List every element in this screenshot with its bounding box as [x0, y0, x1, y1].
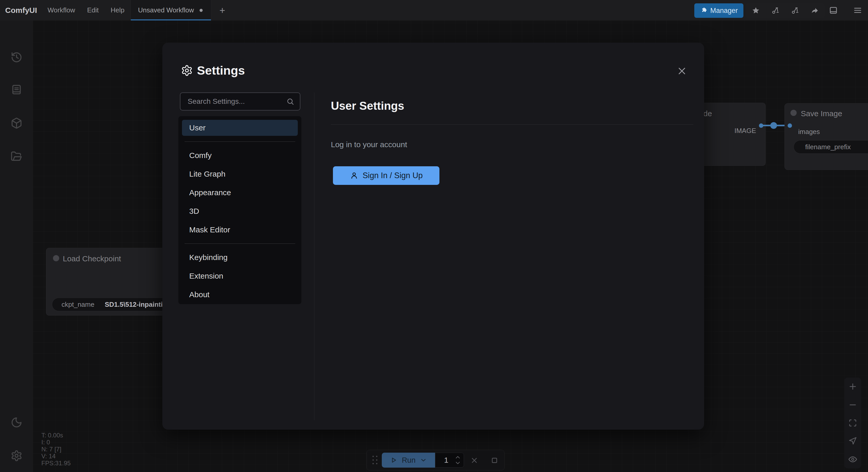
stat-time: T: 0.00s [41, 432, 70, 439]
toolbar-drag-handle[interactable] [372, 456, 378, 465]
fit-view-icon[interactable] [848, 418, 858, 428]
settings-menu-item-appearance[interactable]: Appearance [182, 184, 298, 201]
settings-gear-icon [181, 65, 193, 76]
toggle-visibility-eye-icon[interactable] [848, 455, 858, 464]
node-title: Save Image [801, 109, 842, 118]
manager-button-label: Manager [710, 7, 738, 15]
sign-in-button-label: Sign In / Sign Up [363, 171, 423, 180]
left-sidebar [0, 21, 33, 472]
star-icon[interactable] [752, 6, 760, 15]
images-input-dot[interactable] [787, 124, 792, 128]
run-toolbar: Run 1 [367, 450, 504, 470]
workflow-tab[interactable]: Unsaved Workflow [130, 0, 211, 21]
plus-icon: + [219, 5, 225, 16]
run-options-chevron-icon[interactable] [420, 457, 427, 464]
theme-moon-icon[interactable] [10, 416, 23, 428]
queue-history-icon[interactable] [10, 52, 23, 63]
settings-menu-item-mask-editor[interactable]: Mask Editor [182, 222, 298, 238]
pan-cursor-icon[interactable] [848, 436, 858, 446]
run-button[interactable]: Run [382, 452, 435, 468]
node-title-fragment: de [703, 109, 712, 118]
node-collapse-dot[interactable] [53, 255, 59, 261]
clear-queue-x-icon[interactable] [470, 456, 478, 465]
zoom-out-minus-icon[interactable] [848, 400, 858, 409]
active-tab-underline [131, 20, 211, 21]
bottom-panel-toggle-icon[interactable] [829, 6, 838, 15]
stepper-up-icon[interactable] [455, 454, 461, 460]
settings-menu-item-litegraph[interactable]: Lite Graph [182, 166, 298, 182]
canvas-perf-stats: T: 0.00s I: 0 N: 7 [7] V: 14 FPS:31.95 [41, 432, 70, 467]
batch-count-value: 1 [444, 456, 448, 465]
user-settings-heading: User Settings [331, 99, 404, 112]
person-icon [350, 171, 359, 180]
free-cache-vacuum-icon[interactable] [791, 6, 799, 15]
menu-divider [185, 141, 295, 142]
settings-menu-item-comfy[interactable]: Comfy [182, 147, 298, 163]
play-icon [390, 456, 398, 464]
stat-v: V: 14 [41, 452, 70, 460]
stat-nodes: N: 7 [7] [41, 446, 70, 452]
settings-category-list: User Comfy Lite Graph Appearance 3D Mask… [178, 116, 301, 304]
workflows-folder-icon[interactable] [10, 150, 23, 162]
ckpt-name-widget[interactable]: ckpt_name SD1.5\512-inpainting-e [52, 298, 163, 311]
node-collapse-dot[interactable] [790, 110, 797, 116]
sign-in-button[interactable]: Sign In / Sign Up [333, 166, 439, 185]
stepper-down-icon[interactable] [455, 460, 461, 466]
stat-fps: FPS:31.95 [41, 460, 70, 467]
sidebar-content-divider [314, 93, 314, 420]
filename-prefix-widget[interactable]: filename_prefix Comfy [794, 140, 868, 154]
menu-divider [185, 243, 295, 244]
hamburger-menu-icon[interactable] [853, 6, 862, 15]
run-button-label: Run [402, 456, 415, 465]
comfyui-logo[interactable]: ComfyUI [5, 0, 37, 21]
unload-models-vacuum-icon[interactable] [771, 6, 780, 15]
dialog-title: Settings [197, 63, 245, 77]
model-library-icon[interactable] [10, 117, 23, 129]
partial-node[interactable]: de IMAGE [702, 103, 766, 166]
share-icon[interactable] [811, 6, 819, 15]
menu-workflow[interactable]: Workflow [48, 0, 75, 21]
settings-menu-item-user[interactable]: User [182, 120, 298, 136]
manager-button[interactable]: Manager [694, 3, 743, 18]
settings-gear-icon[interactable] [10, 450, 23, 462]
load-checkpoint-node[interactable]: Load Checkpoint ckpt_name SD1.5\512-inpa… [46, 248, 163, 315]
new-workflow-button[interactable]: + [216, 4, 228, 16]
workflow-tab-label: Unsaved Workflow [138, 6, 194, 14]
settings-menu-item-3d[interactable]: 3D [182, 203, 298, 219]
menu-help[interactable]: Help [111, 0, 124, 21]
batch-count-input[interactable]: 1 [435, 452, 464, 468]
search-icon [286, 98, 294, 105]
top-menubar: ComfyUI Workflow Edit Help Unsaved Workf… [0, 0, 868, 21]
puzzle-icon [700, 7, 707, 14]
node-title: Load Checkpoint [63, 254, 121, 263]
stop-square-icon[interactable] [490, 456, 499, 465]
settings-search-box[interactable] [180, 93, 300, 110]
settings-menu-item-extension[interactable]: Extension [182, 268, 298, 284]
settings-menu-item-keybinding[interactable]: Keybinding [182, 249, 298, 265]
canvas-zoom-toolbar [844, 377, 861, 468]
node-library-icon[interactable] [10, 83, 23, 96]
unsaved-indicator-dot [199, 9, 203, 12]
settings-menu-item-about[interactable]: About [182, 286, 298, 303]
input-slot-label: images [798, 128, 820, 136]
zoom-in-plus-icon[interactable] [848, 382, 858, 391]
stat-images: I: 0 [41, 439, 70, 446]
menu-edit[interactable]: Edit [87, 0, 99, 21]
topbar-icon-group [746, 3, 825, 18]
settings-search-input[interactable] [180, 97, 286, 106]
close-dialog-icon[interactable] [677, 66, 687, 76]
batch-count-steppers[interactable] [455, 454, 461, 466]
save-image-node[interactable]: Save Image images filename_prefix Comfy [784, 103, 868, 170]
login-prompt-text: Log in to your account [331, 140, 407, 149]
settings-dialog: Settings User Comfy Lite Graph Appearanc… [162, 43, 704, 430]
link-reroute-dot[interactable] [770, 122, 777, 129]
output-slot-label: IMAGE [734, 127, 756, 135]
